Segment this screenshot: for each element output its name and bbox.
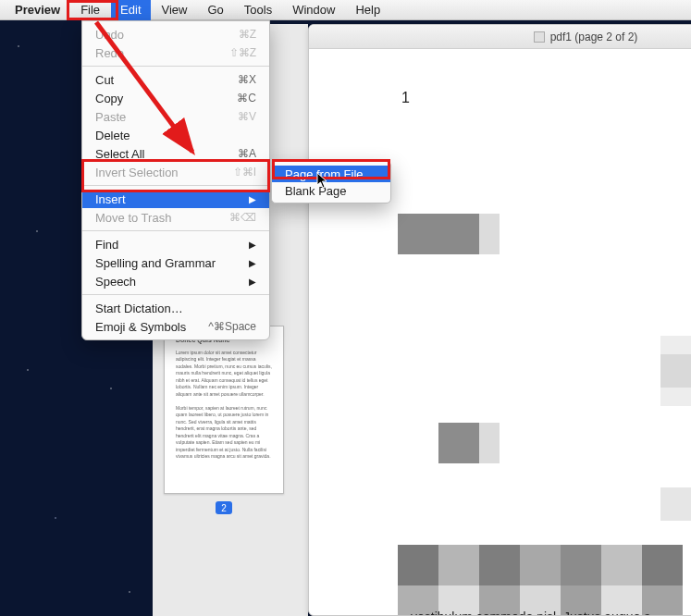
menu-item-move-to-trash[interactable]: Move to Trash⌘⌫ bbox=[82, 208, 269, 227]
menu-view[interactable]: View bbox=[153, 0, 197, 20]
chevron-right-icon: ▶ bbox=[249, 240, 256, 250]
chevron-right-icon: ▶ bbox=[249, 258, 256, 268]
page-thumbnail[interactable]: Donec Quis Nunc Lorem ipsum dolor sit am… bbox=[164, 326, 284, 494]
menu-item-cut[interactable]: Cut⌘X bbox=[82, 70, 269, 89]
menu-go[interactable]: Go bbox=[198, 0, 232, 20]
menu-tools[interactable]: Tools bbox=[235, 0, 281, 20]
menu-item-start-dictation[interactable]: Start Dictation… bbox=[82, 299, 269, 317]
menu-item-invert-selection[interactable]: Invert Selection⇧⌘I bbox=[82, 163, 269, 181]
body-text-fragment: vestibulum commodo nisl. Justus augue a bbox=[411, 610, 651, 616]
menu-window[interactable]: Window bbox=[283, 0, 344, 20]
page-badge: 2 bbox=[216, 501, 232, 514]
menu-item-paste[interactable]: Paste⌘V bbox=[82, 107, 269, 126]
page-number: 1 bbox=[401, 90, 410, 106]
window-titlebar: pdf1 (page 2 of 2) bbox=[309, 25, 691, 49]
insert-submenu: Page from File… Blank Page bbox=[271, 161, 391, 203]
menu-item-insert[interactable]: Insert▶ bbox=[82, 190, 269, 208]
submenu-item-blank-page[interactable]: Blank Page bbox=[272, 182, 390, 199]
menu-file[interactable]: File bbox=[71, 0, 109, 20]
menu-item-copy[interactable]: Copy⌘C bbox=[82, 89, 269, 107]
menu-item-undo[interactable]: Undo⌘Z bbox=[82, 25, 269, 43]
menu-item-delete[interactable]: Delete bbox=[82, 126, 269, 144]
menu-app-name: Preview bbox=[6, 0, 69, 20]
menu-edit[interactable]: Edit bbox=[111, 0, 150, 20]
window-title: pdf1 (page 2 of 2) bbox=[550, 31, 638, 43]
menu-item-spelling-grammar[interactable]: Spelling and Grammar▶ bbox=[82, 253, 269, 272]
menu-item-speech[interactable]: Speech▶ bbox=[82, 272, 269, 290]
menu-item-redo[interactable]: Redo⇧⌘Z bbox=[82, 43, 269, 62]
edit-menu: Undo⌘Z Redo⇧⌘Z Cut⌘X Copy⌘C Paste⌘V Dele… bbox=[81, 20, 270, 340]
menu-help[interactable]: Help bbox=[346, 0, 389, 20]
menu-item-find[interactable]: Find▶ bbox=[82, 235, 269, 253]
menu-item-emoji-symbols[interactable]: Emoji & Symbols^⌘Space bbox=[82, 317, 269, 336]
menu-item-select-all[interactable]: Select All⌘A bbox=[82, 144, 269, 163]
submenu-item-page-from-file[interactable]: Page from File… bbox=[272, 166, 390, 182]
chevron-right-icon: ▶ bbox=[249, 194, 256, 204]
document-icon bbox=[534, 31, 545, 43]
chevron-right-icon: ▶ bbox=[249, 277, 256, 287]
menu-bar: Preview File Edit View Go Tools Window H… bbox=[0, 0, 691, 20]
document-window: pdf1 (page 2 of 2) 1 bbox=[308, 24, 691, 616]
